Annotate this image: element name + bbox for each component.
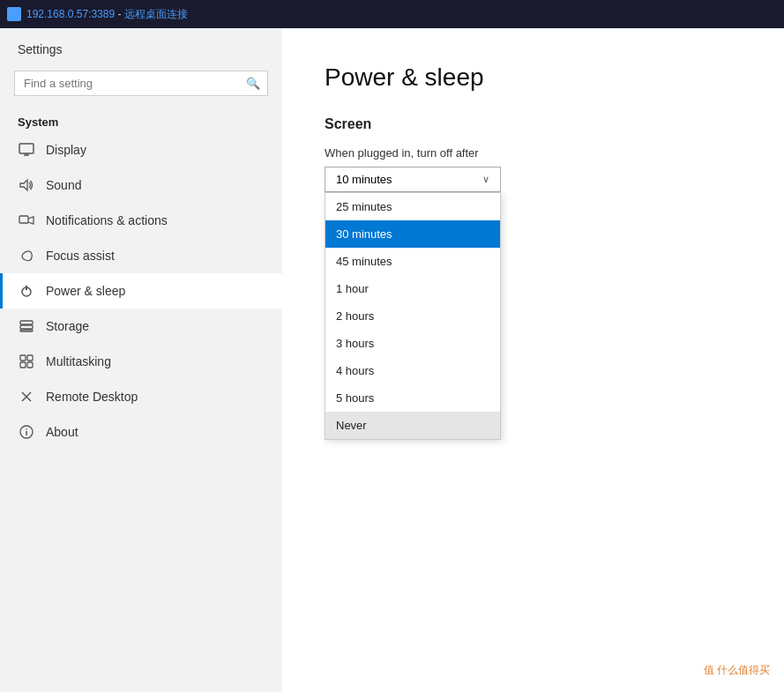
svg-rect-15	[27, 362, 33, 368]
svg-rect-9	[20, 321, 33, 324]
dropdown-list: 25 minutes30 minutes45 minutes1 hour2 ho…	[325, 192, 501, 440]
content-area: Power & sleep Screen When plugged in, tu…	[282, 28, 784, 692]
screen-field-label: When plugged in, turn off after	[325, 146, 742, 160]
sidebar-item-label-about: About	[46, 425, 78, 439]
display-icon	[18, 141, 35, 159]
sidebar: Settings 🔍 System DisplaySoundNotificati…	[0, 28, 282, 692]
sidebar-item-label-remote: Remote Desktop	[46, 390, 138, 404]
chevron-down-icon: ∨	[482, 174, 489, 185]
dropdown-option-0[interactable]: 25 minutes	[325, 193, 500, 220]
watermark: 值 什么值得买	[704, 663, 770, 678]
sidebar-item-display[interactable]: Display	[0, 132, 282, 167]
sound-icon	[18, 176, 35, 194]
svg-rect-13	[27, 355, 33, 361]
nav-items-container: DisplaySoundNotifications & actionsFocus…	[0, 132, 282, 450]
sidebar-item-label-multitasking: Multitasking	[46, 354, 111, 368]
screen-timeout-dropdown[interactable]: 10 minutes ∨ 25 minutes30 minutes45 minu…	[325, 167, 501, 192]
svg-point-20	[26, 428, 27, 430]
dropdown-selected-value: 10 minutes	[336, 173, 392, 186]
dropdown-option-2[interactable]: 45 minutes	[325, 248, 500, 275]
sidebar-item-notifications[interactable]: Notifications & actions	[0, 203, 282, 238]
sidebar-header: Settings	[0, 28, 282, 63]
notifications-icon	[18, 212, 35, 229]
dropdown-option-6[interactable]: 4 hours	[325, 357, 500, 384]
sidebar-item-multitasking[interactable]: Multitasking	[0, 344, 282, 379]
dropdown-selected[interactable]: 10 minutes ∨	[325, 167, 501, 192]
svg-rect-12	[20, 355, 26, 361]
page-title: Power & sleep	[325, 63, 742, 92]
sidebar-item-storage[interactable]: Storage	[0, 309, 282, 344]
sidebar-item-label-sound: Sound	[46, 178, 81, 192]
search-icon: 🔍	[246, 77, 260, 90]
dropdown-option-4[interactable]: 2 hours	[325, 302, 500, 330]
multitasking-icon	[18, 353, 35, 370]
dropdown-option-3[interactable]: 1 hour	[325, 275, 500, 302]
dropdown-option-5[interactable]: 3 hours	[325, 330, 500, 357]
search-box[interactable]: 🔍	[14, 71, 268, 96]
sidebar-item-label-power: Power & sleep	[46, 284, 125, 298]
svg-rect-10	[20, 325, 33, 329]
sidebar-item-label-notifications: Notifications & actions	[46, 213, 168, 227]
sidebar-item-label-display: Display	[46, 143, 86, 157]
svg-rect-2	[19, 144, 34, 153]
title-bar-text: 192.168.0.57:3389 - 远程桌面连接	[26, 7, 188, 22]
sidebar-item-label-storage: Storage	[46, 319, 89, 333]
svg-rect-6	[19, 216, 28, 223]
sidebar-item-power[interactable]: Power & sleep	[0, 273, 282, 309]
nav-section-label: System	[0, 107, 282, 132]
screen-section-title: Screen	[325, 116, 742, 132]
sidebar-item-remote[interactable]: Remote Desktop	[0, 379, 282, 414]
dropdown-option-8[interactable]: Never	[325, 412, 500, 439]
sidebar-item-sound[interactable]: Sound	[0, 167, 282, 203]
sidebar-item-focus[interactable]: Focus assist	[0, 238, 282, 273]
search-input[interactable]	[15, 71, 267, 95]
power-icon	[18, 282, 35, 300]
title-bar: 192.168.0.57:3389 - 远程桌面连接	[0, 0, 784, 28]
title-bar-icon	[7, 7, 21, 21]
svg-marker-5	[20, 180, 27, 190]
svg-rect-11	[20, 330, 33, 331]
sidebar-item-about[interactable]: About	[0, 414, 282, 450]
storage-icon	[18, 317, 35, 335]
remote-icon	[18, 388, 35, 406]
svg-rect-14	[20, 362, 26, 368]
sidebar-item-label-focus: Focus assist	[46, 249, 115, 263]
focus-icon	[18, 247, 35, 264]
svg-rect-1	[9, 15, 19, 17]
about-icon	[18, 423, 35, 441]
dropdown-option-1[interactable]: 30 minutes	[325, 220, 500, 248]
dropdown-option-7[interactable]: 5 hours	[325, 384, 500, 412]
